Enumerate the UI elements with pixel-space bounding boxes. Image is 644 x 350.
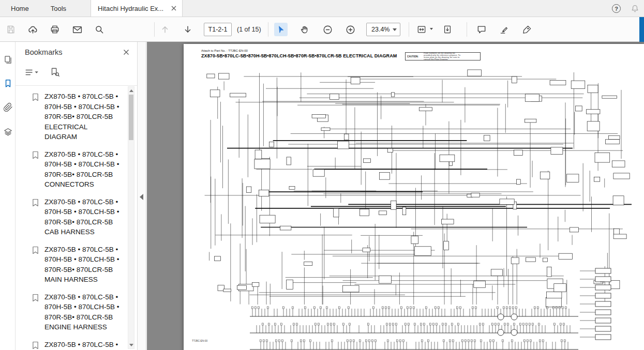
highlight-icon[interactable] — [498, 23, 511, 36]
bookmarks-panel-title: Bookmarks — [25, 48, 63, 56]
footer-note: TTJBC-EN-00 — [192, 340, 207, 342]
zoom-in-icon[interactable] — [343, 23, 357, 36]
bookmark-icon — [32, 199, 39, 207]
document-viewport: Attach to Part No. : TTJBC-EN-00 ZX870-5… — [147, 42, 644, 350]
bookmark-icon — [32, 294, 39, 302]
collapse-panel-icon[interactable] — [140, 194, 143, 200]
bookmark-item[interactable]: ZX870-5B • 870LC-5B • 870H-5B • 870LCH-5… — [16, 148, 137, 195]
bookmark-item-label: ZX870-5B • 870LC-5B • 870H-5B • 870LCH-5… — [44, 198, 119, 236]
bookmark-item-label: ZX870-5B • 870LC-5B • 870H-5B • 870LCH-5… — [44, 246, 119, 284]
bookmark-icon — [32, 246, 39, 254]
toolbar-separator — [268, 22, 268, 37]
help-glyph: ? — [615, 6, 618, 12]
close-tab-icon[interactable] — [170, 5, 177, 12]
next-page-icon[interactable] — [181, 23, 194, 36]
previous-page-icon[interactable] — [158, 23, 172, 36]
zoom-out-icon[interactable] — [321, 23, 334, 36]
cloud-upload-icon[interactable] — [26, 23, 39, 36]
toolbar-separator — [154, 22, 155, 37]
expand-current-bookmark-icon[interactable] — [48, 66, 62, 79]
main-toolbar: (1 of 15) 23.4% — [0, 17, 644, 42]
caution-box: CAUTION: Plate numbers on the drawing No… — [405, 52, 481, 60]
caution-label: CAUTION: — [407, 55, 418, 58]
sidebar-layers-button[interactable] — [2, 126, 14, 138]
tab-document[interactable]: Hitachi Hydraulic Ex... — [91, 0, 183, 17]
page-scrolling-icon[interactable] — [441, 23, 454, 36]
fill-sign-icon[interactable] — [520, 23, 534, 36]
comment-icon[interactable] — [475, 23, 488, 36]
chevron-down-icon — [393, 28, 397, 31]
page-number-input[interactable] — [204, 23, 232, 36]
bookmark-icon — [32, 151, 39, 159]
bookmark-item[interactable]: ZX870-5B • 870LC-5B • 870H-5B • 870LCH-5… — [16, 195, 137, 243]
sidebar-page-thumbnails-button[interactable] — [2, 53, 14, 66]
bookmarks-panel: Bookmarks ZX870-5B • 870LC-5B • 870H-5B … — [16, 42, 138, 350]
zoom-level-dropdown[interactable]: 23.4% — [366, 23, 400, 36]
bookmark-item[interactable]: ZX870-5B • 870LC-5B • 870H-5B • 870LCH-5… — [16, 90, 137, 148]
page-count-label: (1 of 15) — [237, 17, 261, 42]
fit-width-icon[interactable] — [415, 23, 428, 36]
bookmark-item-label: ZX870-5B • 870LC-5B • 870H-5B • 870LCH-5… — [44, 93, 119, 141]
hand-tool-icon[interactable] — [298, 23, 311, 36]
bookmark-options-menu-icon[interactable] — [23, 66, 41, 79]
attach-note: Attach to Part No. : TTJBC-EN-00 — [201, 49, 248, 52]
bookmark-item[interactable]: ZX870-5B • 870LC-5B • 870H-5B • 870LCH-5… — [16, 243, 137, 291]
toolbar-separator — [467, 22, 467, 37]
schematic-svg — [198, 66, 632, 350]
bookmark-item-label: ZX870-5B • 870LC-5B • 870H-5B • 870LCH-5… — [44, 293, 119, 331]
bookmarks-scrollbar[interactable] — [128, 86, 134, 349]
bookmark-item[interactable]: ZX870-5B • 870LC-5B • 870H-5B • 870LCH-5… — [16, 291, 137, 338]
chevron-down-icon[interactable] — [430, 28, 433, 30]
notifications-bell-icon[interactable] — [630, 4, 640, 13]
search-icon[interactable] — [93, 23, 106, 36]
navigation-pane-strip — [0, 42, 16, 350]
bookmark-item[interactable]: ZX870-5B • 870LC-5B • 870H-5B • 870LCH-5… — [16, 338, 137, 350]
diagram-title: ZX870-5B•870LC-5B•870H-5B•870LCH-5B•870R… — [201, 53, 397, 58]
scroll-up-icon[interactable] — [128, 87, 134, 94]
close-panel-icon[interactable] — [122, 48, 131, 57]
help-icon[interactable]: ? — [612, 4, 621, 13]
caution-text: Plate numbers on the drawing No. provide… — [424, 52, 461, 60]
tab-tools-label: Tools — [51, 5, 66, 12]
pdf-page: Attach to Part No. : TTJBC-EN-00 ZX870-5… — [184, 44, 644, 350]
email-icon[interactable] — [70, 23, 84, 36]
zoom-level-value: 23.4% — [371, 26, 390, 33]
print-icon[interactable] — [48, 23, 62, 36]
scrollbar-thumb[interactable] — [129, 95, 133, 140]
tab-home-label: Home — [11, 5, 29, 12]
tab-home[interactable]: Home — [0, 0, 40, 17]
bookmarks-panel-toolbar — [16, 64, 137, 82]
tab-document-label: Hitachi Hydraulic Ex... — [98, 5, 163, 12]
app-tab-bar: Home Tools Hitachi Hydraulic Ex... ? — [0, 0, 644, 17]
select-tool-icon[interactable] — [274, 23, 288, 36]
acrobat-window: Home Tools Hitachi Hydraulic Ex... ? — [0, 0, 644, 350]
bookmarks-list: ZX870-5B • 870LC-5B • 870H-5B • 870LCH-5… — [16, 86, 137, 350]
sidebar-attachments-button[interactable] — [2, 101, 14, 113]
main-area: Bookmarks ZX870-5B • 870LC-5B • 870H-5B … — [0, 42, 644, 350]
bookmark-item-label: ZX870-5B • 870LC-5B • 870H-5B • 870LCH-5… — [44, 150, 119, 189]
tools-pane-handle[interactable] — [639, 17, 644, 42]
toolbar-separator — [409, 22, 409, 37]
bookmark-icon — [32, 341, 39, 349]
tab-tools[interactable]: Tools — [40, 0, 77, 17]
scroll-down-icon[interactable] — [128, 342, 134, 348]
panel-gutter — [138, 42, 146, 350]
save-icon[interactable] — [4, 23, 18, 36]
bookmark-icon — [32, 93, 39, 101]
bookmark-item-label: ZX870-5B • 870LC-5B • 870H-5B • 870LCH-5… — [44, 341, 119, 350]
sidebar-bookmarks-button[interactable] — [2, 77, 14, 89]
